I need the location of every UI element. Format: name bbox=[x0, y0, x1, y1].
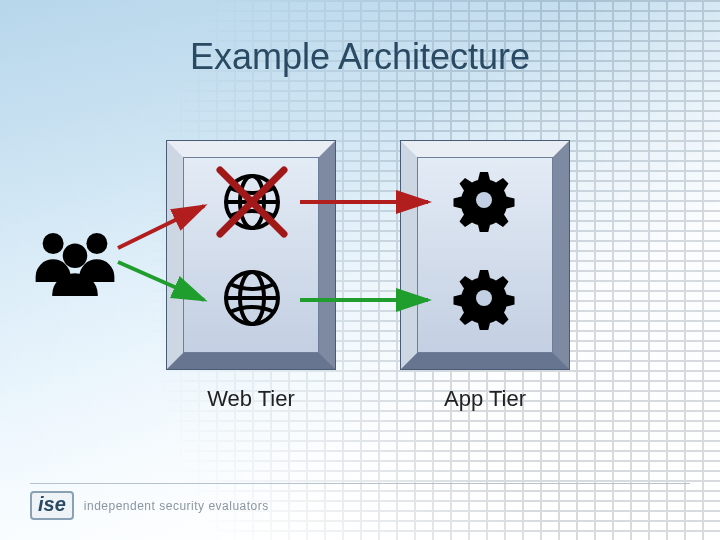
gear-icon bbox=[452, 266, 516, 330]
logo: ise bbox=[30, 491, 74, 520]
svg-point-12 bbox=[476, 290, 492, 306]
users-icon bbox=[30, 226, 120, 296]
footer: ise independent security evaluators bbox=[30, 491, 269, 520]
svg-point-2 bbox=[63, 244, 88, 269]
arrow-icon bbox=[118, 200, 218, 260]
slide-title: Example Architecture bbox=[0, 36, 720, 78]
web-tier-label: Web Tier bbox=[166, 386, 336, 412]
gear-icon bbox=[452, 168, 516, 232]
app-tier-label: App Tier bbox=[400, 386, 570, 412]
globe-icon bbox=[222, 268, 282, 328]
svg-point-0 bbox=[43, 233, 64, 254]
arrow-icon bbox=[300, 192, 440, 212]
arrow-icon bbox=[300, 290, 440, 310]
svg-point-1 bbox=[86, 233, 107, 254]
svg-point-11 bbox=[476, 192, 492, 208]
x-mark-icon bbox=[214, 164, 290, 240]
arrow-icon bbox=[118, 256, 218, 316]
footer-tagline: independent security evaluators bbox=[84, 499, 269, 513]
architecture-diagram: Web Tier App Tier bbox=[0, 130, 720, 430]
slide: Example Architecture Web Tier App Tier bbox=[0, 0, 720, 540]
footer-divider bbox=[30, 483, 690, 484]
